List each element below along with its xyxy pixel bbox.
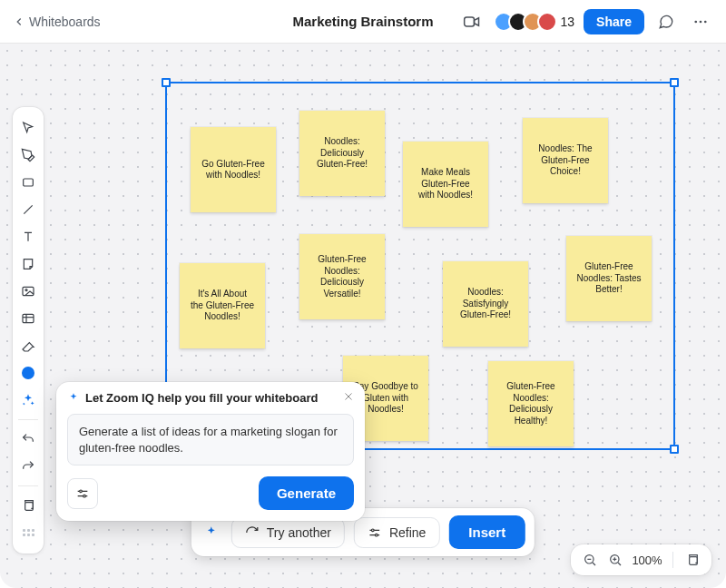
image-tool[interactable] xyxy=(17,280,39,302)
redo-button[interactable] xyxy=(17,456,39,477)
tool-palette xyxy=(13,107,44,554)
chevron-left-icon xyxy=(13,15,25,28)
line-tool[interactable] xyxy=(17,199,39,220)
try-another-label: Try another xyxy=(267,525,331,540)
generate-button[interactable]: Generate xyxy=(259,476,354,510)
zoom-controls: 100% xyxy=(571,544,711,575)
cursor-tool[interactable] xyxy=(17,117,39,139)
ai-prompt-input[interactable]: Generate a list of ideas for a marketing… xyxy=(67,414,354,466)
sticky-note[interactable]: Make Meals Gluten-Free with Noodles! xyxy=(403,142,488,227)
participant-avatars[interactable]: 13 xyxy=(494,12,575,32)
drag-handle[interactable] xyxy=(17,522,39,544)
insert-button[interactable]: Insert xyxy=(448,515,525,549)
refine-button[interactable]: Refine xyxy=(354,517,439,548)
svg-point-17 xyxy=(83,495,86,497)
svg-point-1 xyxy=(694,20,697,23)
video-icon[interactable] xyxy=(459,9,485,34)
zoom-in-button[interactable] xyxy=(605,550,625,570)
sticky-note[interactable]: Gluten-Free Noodles: Deliciously Versati… xyxy=(299,234,385,319)
svg-rect-4 xyxy=(24,179,34,186)
refresh-icon xyxy=(245,525,260,540)
sticky-note[interactable]: Gluten-Free Noodles: Tastes Better! xyxy=(566,236,652,321)
svg-rect-8 xyxy=(23,314,34,322)
svg-point-3 xyxy=(704,20,707,23)
sticky-note[interactable]: It's All About the Gluten-Free Noodles! xyxy=(180,263,265,348)
sticky-note[interactable]: Gluten-Free Noodles: Deliciously Healthy… xyxy=(488,361,574,446)
refine-label: Refine xyxy=(389,525,426,540)
templates-button[interactable] xyxy=(17,495,39,516)
svg-rect-6 xyxy=(23,287,34,295)
svg-rect-0 xyxy=(464,17,474,26)
resize-handle-tr[interactable] xyxy=(670,78,679,87)
svg-point-7 xyxy=(25,289,27,291)
zoom-out-button[interactable] xyxy=(580,550,600,570)
share-button[interactable]: Share xyxy=(584,9,644,34)
sticky-note[interactable]: Noodles: Deliciously Gluten-Free! xyxy=(299,111,385,196)
svg-point-20 xyxy=(372,529,375,532)
svg-line-26 xyxy=(618,563,621,565)
participant-count: 13 xyxy=(561,15,575,29)
pen-tool[interactable] xyxy=(17,144,39,166)
ai-panel-title: Let Zoom IQ help you fill your whiteboar… xyxy=(85,391,318,405)
header-actions: 13 Share xyxy=(459,9,714,34)
sticky-note[interactable]: Noodles: The Gluten-Free Choice! xyxy=(523,118,608,203)
avatar xyxy=(537,12,557,32)
ai-panel-header: Let Zoom IQ help you fill your whiteboar… xyxy=(67,391,354,405)
sparkle-icon xyxy=(201,525,222,540)
text-tool[interactable] xyxy=(17,226,39,248)
undo-button[interactable] xyxy=(17,428,39,450)
resize-handle-br[interactable] xyxy=(670,445,679,454)
svg-rect-29 xyxy=(690,557,698,565)
table-tool[interactable] xyxy=(17,308,39,329)
ai-panel-actions: Generate xyxy=(67,476,354,510)
eraser-tool[interactable] xyxy=(17,335,39,357)
ai-sparkle-tool[interactable] xyxy=(17,389,39,411)
sticky-note[interactable]: Go Gluten-Free with Noodles! xyxy=(191,127,276,212)
canvas-wrap: Go Gluten-Free with Noodles!Noodles: Del… xyxy=(0,44,726,588)
try-another-button[interactable]: Try another xyxy=(231,517,345,548)
svg-point-2 xyxy=(700,20,702,23)
ai-panel: Let Zoom IQ help you fill your whiteboar… xyxy=(56,382,365,521)
zoom-level[interactable]: 100% xyxy=(631,554,663,567)
back-to-whiteboards[interactable]: Whiteboards xyxy=(13,15,101,29)
sticky-note[interactable]: Noodles: Satisfyingly Gluten-Free! xyxy=(443,261,528,347)
sparkle-icon xyxy=(67,392,80,405)
comment-icon[interactable] xyxy=(653,9,679,34)
svg-point-16 xyxy=(80,490,83,493)
resize-handle-tl[interactable] xyxy=(162,78,171,87)
back-label: Whiteboards xyxy=(29,15,101,29)
sticky-note-tool[interactable] xyxy=(17,253,39,275)
more-icon[interactable] xyxy=(688,9,713,34)
svg-line-5 xyxy=(24,205,32,213)
ai-settings-button[interactable] xyxy=(67,478,98,509)
fit-to-screen-button[interactable] xyxy=(682,550,702,570)
app-header: Whiteboards Marketing Brainstorm 13 Shar… xyxy=(0,0,726,44)
svg-point-21 xyxy=(376,534,378,536)
color-tool[interactable] xyxy=(17,362,39,384)
close-icon[interactable] xyxy=(343,391,354,405)
shape-tool[interactable] xyxy=(17,172,39,193)
svg-line-23 xyxy=(593,563,595,565)
sliders-icon xyxy=(368,525,382,540)
svg-rect-11 xyxy=(25,503,34,511)
